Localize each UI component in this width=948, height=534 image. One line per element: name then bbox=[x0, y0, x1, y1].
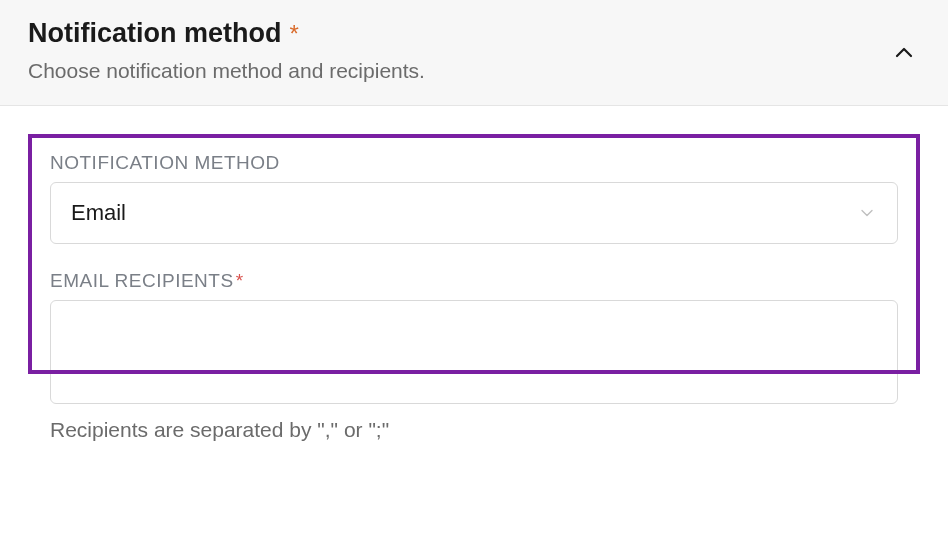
recipients-helper-text: Recipients are separated by "," or ";" bbox=[50, 418, 898, 442]
email-recipients-input[interactable] bbox=[50, 300, 898, 404]
required-indicator: * bbox=[289, 20, 298, 48]
panel-title-text: Notification method bbox=[28, 18, 281, 49]
recipients-label-text: EMAIL RECIPIENTS bbox=[50, 270, 234, 291]
select-value: Email bbox=[71, 200, 857, 226]
chevron-up-icon bbox=[892, 41, 916, 65]
panel-body: NOTIFICATION METHOD Email EMAIL RECIPIEN… bbox=[0, 106, 948, 470]
chevron-down-icon bbox=[857, 203, 877, 223]
method-field-label: NOTIFICATION METHOD bbox=[50, 152, 898, 174]
required-indicator: * bbox=[236, 270, 244, 291]
form-stack: NOTIFICATION METHOD Email EMAIL RECIPIEN… bbox=[28, 134, 920, 442]
notification-method-select[interactable]: Email bbox=[50, 182, 898, 244]
recipients-field-label: EMAIL RECIPIENTS* bbox=[50, 270, 898, 292]
panel-title: Notification method * bbox=[28, 18, 920, 49]
panel-header: Notification method * Choose notificatio… bbox=[0, 0, 948, 106]
collapse-toggle[interactable] bbox=[890, 39, 918, 67]
panel-subtitle: Choose notification method and recipient… bbox=[28, 59, 920, 83]
form-inner: NOTIFICATION METHOD Email EMAIL RECIPIEN… bbox=[28, 134, 920, 442]
